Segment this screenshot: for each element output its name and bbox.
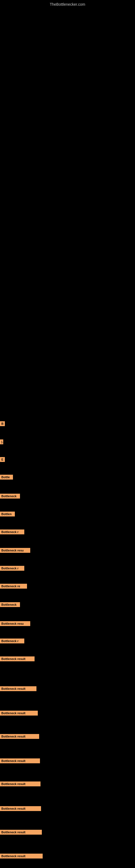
bottleneck-result-label: Bottleneck r [0,566,24,571]
bottleneck-result-label: Bottleneck result [0,781,41,786]
bottleneck-result-label: Bottleneck [0,602,20,607]
list-item: Bottleneck result [0,806,41,811]
list-item: Bottleneck r [0,529,24,534]
list-item: Bottleneck result [0,854,43,859]
list-item: Bottleneck result [0,734,39,739]
list-item: Bottleneck resu [0,621,30,626]
bottleneck-result-label: Bottleneck result [0,656,35,661]
bottleneck-result-label: Bottleneck r [0,639,24,643]
bottleneck-result-label: Bottle [0,475,13,479]
list-item: Bottleneck result [0,781,41,786]
bottleneck-result-label: Bottleneck resu [0,548,30,553]
bottleneck-result-label: Bottlen [0,512,15,517]
bottleneck-result-label: Bottleneck resu [0,621,30,626]
bottleneck-result-label: Bottleneck result [0,734,39,739]
list-item: Bottle [0,475,13,479]
list-item: Bottleneck result [0,656,35,661]
list-item: Bottleneck result [0,686,37,691]
list-item: Bottleneck r [0,639,24,643]
list-item: Bottleneck r [0,566,24,571]
list-item: Bottleneck result [0,830,42,835]
bottleneck-result-label: Bottleneck r [0,529,24,534]
list-item: Bottleneck re [0,584,27,589]
bottleneck-result-label: Bottleneck result [0,854,43,859]
bottleneck-result-label: | [0,439,3,444]
list-item: Bottlen [0,512,15,517]
list-item: Bottleneck [0,494,20,499]
bottleneck-result-label: B [0,421,5,426]
bottleneck-result-label: Bottleneck result [0,758,40,763]
list-item: Bottleneck result [0,758,40,763]
list-item: Bottleneck result [0,711,38,716]
list-item: Bottleneck [0,602,20,607]
list-item: | [0,439,3,444]
bottleneck-result-label: Bottleneck result [0,806,41,811]
bottleneck-result-label: Bottleneck result [0,830,42,835]
bottleneck-result-label: E [0,457,5,462]
bottleneck-result-label: Bottleneck re [0,584,27,589]
bottleneck-result-label: Bottleneck result [0,686,37,691]
bottleneck-result-label: Bottleneck [0,494,20,499]
list-item: Bottleneck resu [0,548,30,553]
list-item: B [0,421,5,426]
site-title: TheBottlenecker.com [50,2,85,6]
list-item: E [0,457,5,462]
bottleneck-result-label: Bottleneck result [0,711,38,716]
